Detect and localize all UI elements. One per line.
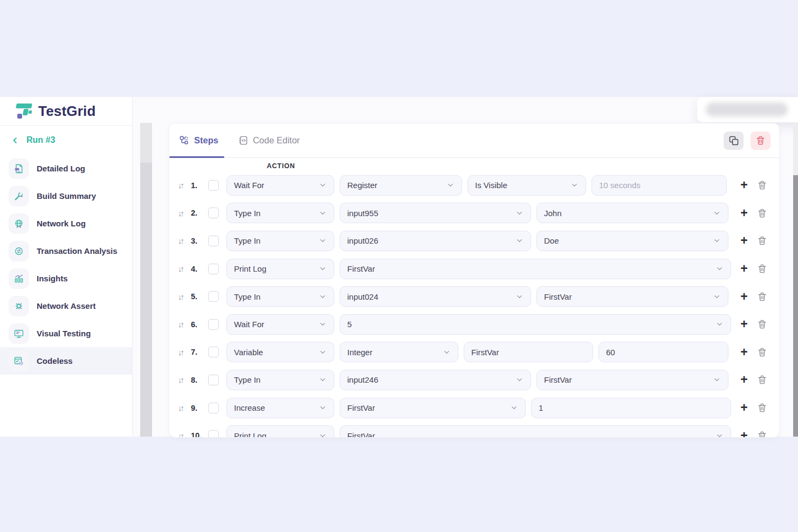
- element-select[interactable]: input024: [340, 286, 531, 307]
- drag-handle-icon[interactable]: ↓↑: [178, 375, 191, 384]
- delete-steps-button[interactable]: [751, 132, 771, 150]
- step-checkbox[interactable]: [208, 403, 219, 413]
- sidebar-item-transaction-analysis[interactable]: Transaction Analysis: [0, 237, 132, 265]
- value-select[interactable]: FirstVar: [340, 425, 731, 438]
- step-number: 2.: [191, 209, 204, 217]
- trash-icon: [757, 403, 767, 413]
- variable-type-select[interactable]: Integer: [340, 342, 458, 362]
- drag-handle-icon[interactable]: ↓↑: [178, 264, 191, 273]
- step-checkbox[interactable]: [208, 347, 219, 357]
- page-scrollbar-thumb[interactable]: [793, 175, 798, 437]
- page-scrollbar[interactable]: [793, 123, 798, 437]
- action-select[interactable]: Variable: [226, 342, 334, 362]
- timeout-input[interactable]: [599, 181, 719, 190]
- step-checkbox[interactable]: [208, 319, 219, 330]
- delete-step-button[interactable]: [755, 180, 768, 190]
- step-checkbox[interactable]: [208, 236, 219, 246]
- trash-icon: [757, 208, 767, 218]
- delete-step-button[interactable]: [755, 431, 768, 438]
- sidebar-item-build-summary[interactable]: Build Summary: [0, 182, 132, 210]
- sidebar-item-network-assert[interactable]: Network Assert: [0, 292, 132, 320]
- delete-step-button[interactable]: [755, 264, 768, 274]
- add-step-button[interactable]: +: [737, 179, 751, 191]
- blurred-user-pill: [706, 102, 788, 116]
- step-checkbox[interactable]: [208, 208, 219, 218]
- delete-step-button[interactable]: [755, 292, 768, 302]
- drag-handle-icon[interactable]: ↓↑: [178, 209, 191, 218]
- step-checkbox[interactable]: [208, 430, 219, 438]
- add-step-button[interactable]: +: [737, 374, 751, 386]
- add-step-button[interactable]: +: [737, 430, 751, 438]
- chevron-down-icon: [713, 209, 721, 217]
- delete-step-button[interactable]: [755, 347, 768, 357]
- step-row: ↓↑ 6. Wait For 5 +: [169, 310, 779, 338]
- user-account-card[interactable]: [697, 97, 798, 122]
- chevron-down-icon: [319, 432, 327, 438]
- variable-select[interactable]: FirstVar: [340, 398, 526, 418]
- tab-code-editor[interactable]: Code Editor: [228, 123, 309, 157]
- delete-step-button[interactable]: [755, 236, 768, 246]
- variable-name-input[interactable]: [471, 348, 586, 357]
- delete-step-button[interactable]: [755, 403, 768, 413]
- delete-step-button[interactable]: [755, 319, 768, 329]
- add-step-button[interactable]: +: [737, 346, 751, 358]
- value-select[interactable]: FirstVar: [536, 370, 728, 390]
- step-checkbox[interactable]: [208, 291, 219, 302]
- sidebar-item-detailed-log[interactable]: Detailed Log: [0, 155, 132, 182]
- value-select[interactable]: FirstVar: [536, 286, 728, 307]
- action-select[interactable]: Type In: [226, 231, 334, 251]
- network-node-icon: [9, 296, 29, 316]
- add-step-button[interactable]: +: [737, 318, 751, 330]
- sidebar-item-insights[interactable]: Insights: [0, 265, 132, 292]
- action-select[interactable]: Print Log: [226, 425, 334, 438]
- vertical-scrollbar[interactable]: [140, 123, 152, 437]
- drag-handle-icon[interactable]: ↓↑: [178, 348, 191, 357]
- add-step-button[interactable]: +: [737, 402, 751, 414]
- drag-handle-icon[interactable]: ↓↑: [178, 403, 191, 412]
- step-checkbox[interactable]: [208, 180, 219, 191]
- value-select[interactable]: 5: [340, 314, 731, 335]
- add-step-button[interactable]: +: [737, 207, 751, 219]
- add-step-button[interactable]: +: [737, 291, 751, 303]
- sidebar-item-visual-testing[interactable]: Visual Testing: [0, 320, 132, 347]
- variable-value-input[interactable]: [606, 348, 721, 357]
- add-step-button[interactable]: +: [737, 234, 751, 247]
- delete-step-button[interactable]: [755, 208, 768, 218]
- scrollbar-thumb[interactable]: [140, 123, 152, 163]
- condition-select[interactable]: Is Visible: [467, 175, 586, 196]
- step-number: 10.: [191, 431, 204, 438]
- editor-header: Steps Code Editor: [169, 123, 779, 158]
- value-select[interactable]: FirstVar: [340, 259, 731, 279]
- page: TestGrid Run #3 Detailed Log Build Summa…: [0, 0, 798, 532]
- drag-handle-icon[interactable]: ↓↑: [178, 431, 191, 438]
- sidebar-item-label: Network Assert: [37, 301, 95, 310]
- sidebar-item-network-log[interactable]: Network Log: [0, 210, 132, 237]
- element-select[interactable]: Register: [340, 175, 462, 196]
- action-select[interactable]: Increase: [226, 398, 334, 418]
- value-select[interactable]: Doe: [536, 231, 728, 251]
- increment-input[interactable]: [539, 403, 724, 412]
- value-select[interactable]: John: [536, 203, 728, 223]
- action-select[interactable]: Wait For: [226, 175, 334, 196]
- drag-handle-icon[interactable]: ↓↑: [178, 320, 191, 329]
- action-select[interactable]: Wait For: [226, 314, 334, 335]
- drag-handle-icon[interactable]: ↓↑: [178, 292, 191, 301]
- duplicate-steps-button[interactable]: [724, 132, 744, 150]
- sidebar-item-label: Insights: [37, 274, 68, 283]
- step-checkbox[interactable]: [208, 264, 219, 274]
- drag-handle-icon[interactable]: ↓↑: [178, 236, 191, 245]
- element-select[interactable]: input246: [340, 370, 531, 390]
- add-step-button[interactable]: +: [737, 262, 751, 275]
- element-select[interactable]: input955: [340, 203, 531, 223]
- action-select[interactable]: Type In: [226, 286, 334, 307]
- action-select[interactable]: Print Log: [226, 259, 334, 279]
- drag-handle-icon[interactable]: ↓↑: [178, 181, 191, 190]
- delete-step-button[interactable]: [755, 375, 768, 385]
- action-select[interactable]: Type In: [226, 370, 334, 390]
- action-select[interactable]: Type In: [226, 203, 334, 223]
- step-checkbox[interactable]: [208, 375, 219, 385]
- back-to-run[interactable]: Run #3: [0, 126, 132, 155]
- element-select[interactable]: input026: [340, 231, 531, 251]
- tab-steps[interactable]: Steps: [169, 123, 228, 157]
- sidebar-item-codeless[interactable]: Codeless: [0, 347, 132, 375]
